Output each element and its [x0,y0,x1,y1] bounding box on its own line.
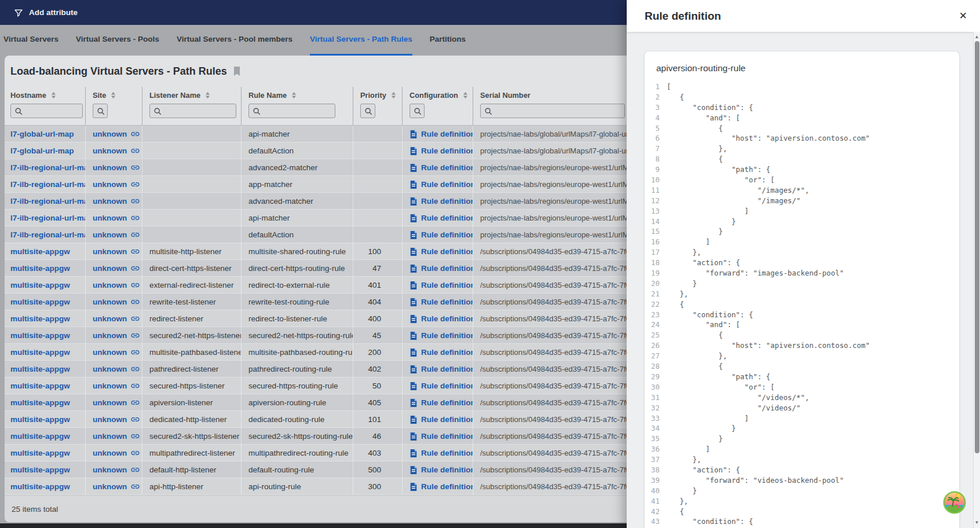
hostname-link[interactable]: l7-ilb-regional-url-map [10,214,86,222]
hostname-link[interactable]: l7-global-url-map [10,146,74,155]
tropical-island-icon[interactable] [943,491,966,514]
hostname-link[interactable]: l7-ilb-regional-url-map [10,180,86,189]
rule-name-search-input[interactable] [263,107,335,115]
site-link[interactable]: unknown [93,213,140,223]
site-link[interactable]: unknown [93,415,140,424]
hostname-link[interactable]: l7-ilb-regional-url-map [10,230,86,239]
listener-name-sort-arrows-icon[interactable] [205,91,210,99]
rule-definition-link[interactable]: Rule definition [409,415,473,424]
hostname-link[interactable]: multisite-appgw [10,264,70,273]
rule-definition-link[interactable]: Rule definition [409,382,473,390]
hostname-link[interactable]: multisite-appgw [10,365,70,373]
site-link[interactable]: unknown [93,482,140,492]
hostname-link[interactable]: multisite-appgw [10,314,70,323]
rule-definition-link[interactable]: Rule definition [409,449,473,457]
site-link[interactable]: unknown [93,163,140,173]
rule-definition-link[interactable]: Rule definition [409,465,473,474]
tab-virtual-servers-pool-members[interactable]: Virtual Servers - Pool members [177,35,292,56]
hostname-link[interactable]: multisite-appgw [10,398,70,407]
rule-definition-link[interactable]: Rule definition [409,482,473,491]
rule-definition-link[interactable]: Rule definition [409,365,473,373]
site-link[interactable]: unknown [93,448,140,458]
site-link[interactable]: unknown [93,465,140,475]
hostname-sort-arrows-icon[interactable] [51,91,56,99]
site-link[interactable]: unknown [93,331,140,340]
bookmark-icon[interactable] [233,67,241,76]
configuration-filter-box[interactable] [409,104,425,118]
hostname-link[interactable]: multisite-appgw [10,298,70,306]
rule-definition-link[interactable]: Rule definition [409,432,473,441]
scrollbar-thumb[interactable] [975,41,979,453]
rule-definition-link[interactable]: Rule definition [409,281,473,289]
site-link[interactable]: unknown [93,280,140,290]
site-link[interactable]: unknown [93,196,140,206]
hostname-link[interactable]: l7-ilb-regional-url-map [10,197,86,206]
listener-name-filter-box[interactable] [149,104,236,118]
rule-definition-link[interactable]: Rule definition [409,197,473,206]
site-link[interactable]: unknown [93,179,140,189]
rule-name-cell: secured2-net-https-routing-rule [242,327,353,343]
hostname-link[interactable]: l7-ilb-regional-url-map [10,163,86,172]
rule-definition-link[interactable]: Rule definition [409,163,473,172]
priority-filter-box[interactable] [360,104,375,118]
site-link[interactable]: unknown [93,230,140,240]
tab-virtual-servers-path-rules[interactable]: Virtual Servers - Path Rules [310,35,412,56]
site-link[interactable]: unknown [93,146,140,156]
rule-definition-link[interactable]: Rule definition [409,298,473,306]
tab-virtual-servers[interactable]: Virtual Servers [3,35,58,56]
hostname-filter-box[interactable] [10,104,83,118]
add-attribute-button[interactable]: Add attribute [29,8,78,17]
hostname-link[interactable]: multisite-appgw [10,465,70,474]
hostname-link[interactable]: multisite-appgw [10,449,70,457]
rule-name-filter-box[interactable] [248,104,335,118]
site-link[interactable]: unknown [93,431,140,441]
listener-name-search-input[interactable] [164,107,236,115]
site-link[interactable]: unknown [93,263,140,273]
panel-scrollbar[interactable]: ▲ ▼ [973,32,980,528]
scroll-down-icon[interactable]: ▼ [974,518,980,526]
serial-number-filter-box[interactable] [480,104,625,118]
rule-definition-link[interactable]: Rule definition [409,130,473,138]
priority-sort-arrows-icon[interactable] [391,91,396,99]
rule-definition-link[interactable]: Rule definition [409,264,473,273]
site-link[interactable]: unknown [93,347,140,357]
rule-definition-link[interactable]: Rule definition [409,398,473,407]
scroll-up-icon[interactable]: ▲ [974,32,980,41]
serial-number-search-input[interactable] [495,107,624,115]
rule-definition-link[interactable]: Rule definition [409,180,473,189]
hostname-link[interactable]: multisite-appgw [10,331,70,340]
rule-name-sort-arrows-icon[interactable] [291,91,297,99]
rule-definition-link[interactable]: Rule definition [409,146,473,155]
hostname-link[interactable]: multisite-appgw [10,432,70,441]
tab-partitions[interactable]: Partitions [430,35,466,56]
hostname-link[interactable]: multisite-appgw [10,482,70,491]
site-filter-box[interactable] [93,104,108,118]
hostname-link[interactable]: multisite-appgw [10,415,70,424]
tab-virtual-servers-pools[interactable]: Virtual Servers - Pools [76,35,159,56]
rule-definition-link[interactable]: Rule definition [409,314,473,323]
rule-definition-link[interactable]: Rule definition [409,348,473,357]
configuration-sort-arrows-icon[interactable] [463,91,468,99]
hostname-link[interactable]: l7-global-url-map [10,130,74,138]
site-link[interactable]: unknown [93,398,140,408]
hostname-link[interactable]: multisite-appgw [10,247,70,256]
hostname-search-input[interactable] [25,107,82,115]
site-sort-arrows-icon[interactable] [111,91,116,99]
close-icon[interactable]: ✕ [959,10,967,22]
site-link[interactable]: unknown [93,364,140,374]
rule-definition-link[interactable]: Rule definition [409,230,473,239]
site-link[interactable]: unknown [93,129,140,139]
funnel-icon[interactable] [14,8,23,17]
site-link[interactable]: unknown [93,381,140,391]
hostname-link[interactable]: multisite-appgw [10,348,70,357]
site-link[interactable]: unknown [93,297,140,307]
hostname-link[interactable]: multisite-appgw [10,382,70,390]
rule-definition-link[interactable]: Rule definition [409,331,473,340]
rule-json-card: apiversion-routing-rule 1[2 {3 "conditio… [644,51,960,528]
site-link[interactable]: unknown [93,314,140,324]
hostname-link[interactable]: multisite-appgw [10,281,70,289]
link-chain-icon [130,314,140,324]
rule-definition-link[interactable]: Rule definition [409,247,473,256]
site-link[interactable]: unknown [93,247,140,256]
rule-definition-link[interactable]: Rule definition [409,214,473,222]
